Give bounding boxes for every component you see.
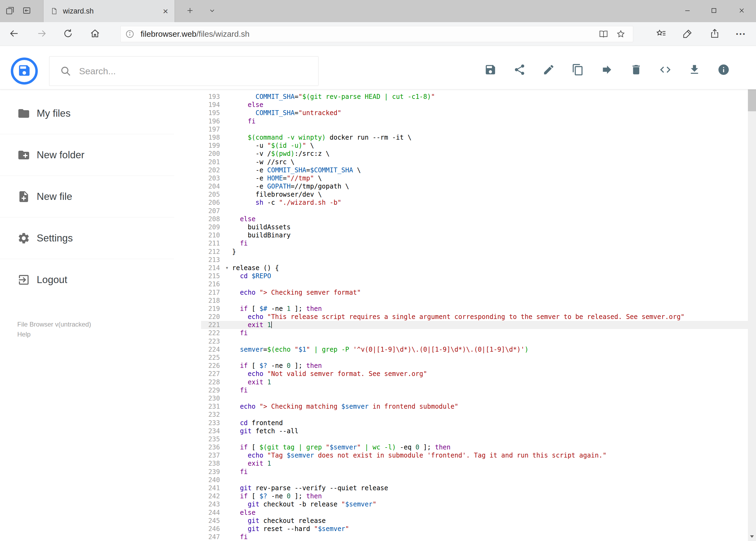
- code-line[interactable]: 208 else: [201, 215, 748, 223]
- code-line[interactable]: 238 exit 1: [201, 459, 748, 467]
- favorite-star-button[interactable]: [616, 29, 626, 39]
- code-line[interactable]: 211 fi: [201, 239, 748, 248]
- code-line[interactable]: 232: [201, 410, 748, 419]
- code-line[interactable]: 222 fi: [201, 329, 748, 337]
- code-line[interactable]: 245 git checkout release: [201, 517, 748, 525]
- code-line[interactable]: 194 else: [201, 101, 748, 109]
- new-tab-button[interactable]: [181, 0, 199, 22]
- fold-arrow-icon[interactable]: ▾: [226, 264, 228, 272]
- code-line[interactable]: 247 fi: [201, 533, 748, 541]
- forward-button[interactable]: [32, 22, 52, 46]
- code-line[interactable]: 206 sh -c "./wizard.sh -b": [201, 199, 748, 207]
- code-line[interactable]: 202 -e COMMIT_SHA=$COMMIT_SHA \: [201, 166, 748, 174]
- page-info-icon[interactable]: [125, 29, 135, 39]
- back-button[interactable]: [4, 22, 24, 46]
- set-tabs-aside-button[interactable]: [19, 0, 35, 22]
- rename-button[interactable]: [540, 51, 557, 89]
- code-editor[interactable]: 193 COMMIT_SHA="$(git rev-parse HEAD | c…: [201, 89, 748, 541]
- line-number: 211: [201, 239, 220, 248]
- code-line[interactable]: 228 exit 1: [201, 378, 748, 386]
- sidebar-item-settings[interactable]: Settings: [0, 218, 174, 259]
- copy-button[interactable]: [569, 51, 587, 89]
- code-line[interactable]: 223: [201, 337, 748, 345]
- info-button[interactable]: [715, 51, 732, 89]
- help-link[interactable]: Help: [17, 329, 91, 339]
- code-line[interactable]: 235: [201, 435, 748, 443]
- sidebar-item-new-file[interactable]: New file: [0, 176, 174, 218]
- tab-wizard-sh[interactable]: wizard.sh ×: [43, 0, 175, 22]
- tab-preview-toggle[interactable]: [203, 0, 221, 22]
- home-button[interactable]: [85, 22, 105, 46]
- ink-notes-button[interactable]: [677, 22, 698, 46]
- code-line[interactable]: 215 cd $REPO: [201, 272, 748, 280]
- code-line[interactable]: 210 buildBinary: [201, 231, 748, 239]
- favorites-hub-button[interactable]: [651, 22, 671, 46]
- code-line[interactable]: 244 else: [201, 509, 748, 517]
- code-line[interactable]: 226 if [ $? -ne 0 ]; then: [201, 362, 748, 370]
- code-line[interactable]: 242 if [ $? -ne 0 ]; then: [201, 492, 748, 500]
- url-text[interactable]: filebrowser.web/files/wizard.sh: [140, 29, 599, 39]
- code-line[interactable]: 246 git reset --hard "$semver": [201, 525, 748, 533]
- code-line[interactable]: 204 -e GOPATH=//tmp/gopath \: [201, 182, 748, 191]
- code-line[interactable]: 200 -v /$(pwd):/src:z \: [201, 150, 748, 158]
- code-line[interactable]: 236 if [ $(git tag | grep "$semver" | wc…: [201, 443, 748, 451]
- code-line[interactable]: 240: [201, 476, 748, 484]
- sidebar-item-logout[interactable]: Logout: [0, 259, 174, 300]
- tabs-set-aside-button[interactable]: [2, 0, 18, 22]
- download-button[interactable]: [686, 51, 703, 89]
- file-browser-logo[interactable]: [11, 58, 38, 85]
- code-line[interactable]: 243 git checkout -b release "$semver": [201, 500, 748, 508]
- code-line[interactable]: 229 fi: [201, 386, 748, 394]
- code-line[interactable]: 212}: [201, 248, 748, 256]
- code-line[interactable]: 198 $(command -v winpty) docker run --rm…: [201, 134, 748, 142]
- code-line[interactable]: 237 echo "Tag $semver does not exist in …: [201, 451, 748, 459]
- search-box[interactable]: [49, 56, 319, 86]
- code-line[interactable]: 196 fi: [201, 117, 748, 125]
- code-line[interactable]: 220 echo "This release script requires a…: [201, 313, 748, 321]
- code-line[interactable]: 221 exit 1: [201, 321, 748, 329]
- code-line[interactable]: 233 cd frontend: [201, 419, 748, 427]
- code-line[interactable]: 216: [201, 280, 748, 288]
- share-button[interactable]: [511, 51, 528, 89]
- code-line[interactable]: 234 git fetch --all: [201, 427, 748, 435]
- share-page-button[interactable]: [704, 22, 725, 46]
- code-line[interactable]: 197: [201, 125, 748, 134]
- close-window-button[interactable]: [727, 0, 756, 22]
- save-button[interactable]: [482, 51, 499, 89]
- more-menu-button[interactable]: •••: [731, 22, 751, 46]
- code-line[interactable]: 195 COMMIT_SHA="untracked": [201, 109, 748, 117]
- code-line[interactable]: 201 -w //src \: [201, 158, 748, 166]
- scroll-down-arrow[interactable]: [748, 532, 756, 540]
- code-line[interactable]: 213: [201, 256, 748, 264]
- vertical-scrollbar[interactable]: [748, 46, 756, 541]
- search-input[interactable]: [79, 66, 318, 77]
- code-line[interactable]: 199 -u "$(id -u)" \: [201, 142, 748, 150]
- code-line[interactable]: 217 echo "> Checking semver format": [201, 288, 748, 296]
- refresh-button[interactable]: [58, 22, 78, 46]
- code-line[interactable]: 207: [201, 207, 748, 215]
- code-line[interactable]: 225: [201, 353, 748, 362]
- minimize-button[interactable]: [674, 0, 701, 22]
- maximize-button[interactable]: [701, 0, 727, 22]
- code-line[interactable]: 203 -e HOME="//tmp" \: [201, 174, 748, 182]
- sidebar-item-new-folder[interactable]: New folder: [0, 134, 174, 176]
- tab-close-icon[interactable]: ×: [163, 6, 168, 16]
- switch-view-button[interactable]: [657, 51, 674, 89]
- delete-button[interactable]: [628, 51, 645, 89]
- code-line[interactable]: 193 COMMIT_SHA="$(git rev-parse HEAD | c…: [201, 93, 748, 101]
- move-button[interactable]: [599, 51, 616, 89]
- code-line[interactable]: 231 echo "> Checking matching $semver in…: [201, 402, 748, 410]
- code-line[interactable]: 219 if [ $# -ne 1 ]; then: [201, 305, 748, 313]
- code-line[interactable]: 227 echo "Not valid semver format. See s…: [201, 370, 748, 378]
- code-line[interactable]: 209 buildAssets: [201, 223, 748, 231]
- code-line[interactable]: 205 filebrowser/dev \: [201, 191, 748, 199]
- reading-view-button[interactable]: [599, 29, 609, 39]
- code-line[interactable]: 230: [201, 394, 748, 402]
- address-bar[interactable]: filebrowser.web/files/wizard.sh: [121, 26, 633, 42]
- code-line[interactable]: 239 fi: [201, 468, 748, 476]
- code-line[interactable]: 218: [201, 296, 748, 305]
- sidebar-item-my-files[interactable]: My files: [0, 93, 174, 134]
- code-line[interactable]: 224 semver=$(echo "$1" | grep -P '^v(0|[…: [201, 345, 748, 353]
- code-line[interactable]: 214▾release () {: [201, 264, 748, 272]
- code-line[interactable]: 241 git rev-parse --verify --quiet relea…: [201, 484, 748, 492]
